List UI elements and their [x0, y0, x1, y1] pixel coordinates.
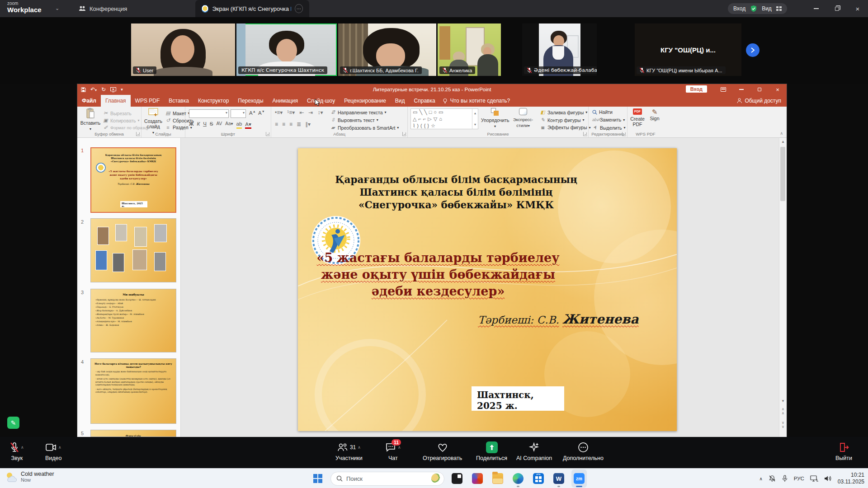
- video-tile-user[interactable]: User: [131, 23, 235, 76]
- ribbon-display-options-button[interactable]: [714, 84, 732, 95]
- taskbar-app-zoom[interactable]: zm: [571, 469, 587, 488]
- font-color-button[interactable]: А▾: [245, 121, 251, 129]
- new-slide-button[interactable]: Создать слайд▾: [142, 108, 164, 135]
- brand-chevron-down-icon[interactable]: ⌄: [55, 5, 59, 11]
- chat-button[interactable]: 11 ∧ Чат: [385, 441, 401, 461]
- slide-thumbnail-3[interactable]: Ми шабуылы «Өрмекші, құмырсқа және Кесір…: [90, 289, 176, 352]
- previous-slide-button[interactable]: ∧∧: [779, 407, 787, 415]
- text-direction-button[interactable]: ⇵Направление текста▾: [330, 109, 387, 115]
- tell-me-box[interactable]: Что вы хотите сделать?: [443, 98, 510, 104]
- numbering-button[interactable]: ¹≡▾: [287, 109, 295, 116]
- tab-slideshow[interactable]: Слайд-шоу: [302, 95, 340, 107]
- italic-button[interactable]: К: [197, 121, 200, 129]
- video-tile-anzhelika[interactable]: Анжелика: [438, 23, 501, 76]
- taskbar-app-dark[interactable]: [449, 469, 465, 488]
- save-icon[interactable]: [81, 87, 86, 92]
- tab-transitions[interactable]: Переходы: [233, 95, 268, 107]
- chat-chevron[interactable]: ∧: [398, 445, 401, 450]
- align-center-button[interactable]: ≡: [282, 121, 285, 127]
- audio-button[interactable]: ∧ Звук: [10, 441, 24, 461]
- share-button[interactable]: Поделиться: [476, 441, 507, 461]
- increase-indent-button[interactable]: ⇥: [308, 109, 313, 116]
- sign-button[interactable]: ✎ Sign: [647, 108, 662, 121]
- undo-icon[interactable]: ↶▾: [90, 86, 97, 93]
- video-tile-shahtinsk-bb[interactable]: г.Шахтинск ББ, Адамбекова Г.: [338, 23, 436, 76]
- start-slideshow-icon[interactable]: [110, 87, 116, 92]
- tray-mic-icon[interactable]: [782, 475, 788, 482]
- columns-button[interactable]: ∥▾: [305, 121, 311, 127]
- video-button[interactable]: ∧ Видео: [45, 441, 62, 461]
- clipboard-dialog-launcher[interactable]: [136, 132, 140, 136]
- video-tile-snegurochka[interactable]: КГКП я/с Снегурочка Шахтинск: [236, 23, 337, 76]
- tab-help[interactable]: Справка: [410, 95, 440, 107]
- view-grid-icon[interactable]: [776, 6, 782, 11]
- highlight-button[interactable]: ab: [236, 121, 242, 129]
- security-shield-icon[interactable]: [750, 5, 757, 12]
- tab-review[interactable]: Рецензирование: [340, 95, 391, 107]
- bold-button[interactable]: Ж: [189, 121, 193, 129]
- tab-design[interactable]: Конструктор: [193, 95, 233, 107]
- redo-icon[interactable]: ↻: [101, 86, 106, 93]
- align-left-button[interactable]: ≡: [275, 121, 278, 127]
- volume-icon[interactable]: [824, 475, 832, 482]
- tab-home[interactable]: Главная: [101, 95, 131, 107]
- replace-button[interactable]: ab⇄Заменить▾: [592, 117, 625, 122]
- ppt-signin-button[interactable]: Вход: [686, 85, 707, 93]
- increase-font-button[interactable]: А▲: [248, 110, 257, 116]
- scroll-down-icon[interactable]: ▼: [779, 398, 787, 404]
- notifications-off-icon[interactable]: [769, 475, 776, 482]
- taskbar-search[interactable]: Поиск: [330, 472, 444, 486]
- drawing-dialog-launcher[interactable]: [583, 132, 587, 136]
- strikethrough-button[interactable]: S: [210, 121, 213, 129]
- tab-more-icon[interactable]: ···: [295, 4, 303, 13]
- next-slide-button[interactable]: ∨∨: [779, 421, 787, 429]
- view-button[interactable]: Вид: [762, 5, 772, 12]
- justify-button[interactable]: ≣: [297, 121, 301, 127]
- find-button[interactable]: Найти: [592, 109, 613, 115]
- signin-button[interactable]: Вход: [733, 5, 745, 12]
- shape-fill-button[interactable]: ◧Заливка фигуры▾: [540, 109, 587, 115]
- tray-chevron-up-icon[interactable]: ∧: [759, 476, 762, 481]
- taskbar-clock[interactable]: 10:21 03.11.2025: [838, 472, 864, 485]
- quick-styles-button[interactable]: Экспресс-стили▾: [510, 108, 536, 128]
- underline-button[interactable]: Ч: [203, 121, 207, 129]
- video-options-chevron[interactable]: ∧: [58, 445, 61, 450]
- decrease-indent-button[interactable]: ⇤: [299, 109, 304, 116]
- tray-language[interactable]: РУС: [794, 476, 804, 481]
- ppt-restore-button[interactable]: [750, 84, 769, 95]
- change-case-button[interactable]: Аа▾: [225, 121, 233, 129]
- more-button[interactable]: Дополнительно: [563, 441, 604, 461]
- video-tile-ademi[interactable]: Әдемі бөбекжай-балабақшасы...: [522, 23, 597, 76]
- font-dialog-launcher[interactable]: [266, 132, 270, 136]
- qat-customize-icon[interactable]: ▾: [121, 87, 123, 92]
- collapse-ribbon-icon[interactable]: ∧: [780, 131, 783, 136]
- tab-wps-pdf[interactable]: WPS PDF: [131, 95, 165, 107]
- font-name-combo[interactable]: [189, 109, 229, 118]
- create-pdf-button[interactable]: PDF Create PDF: [628, 108, 646, 127]
- font-size-combo[interactable]: [231, 109, 246, 118]
- start-button[interactable]: [310, 469, 326, 488]
- ai-companion-button[interactable]: AI Companion: [516, 441, 552, 461]
- shapes-gallery[interactable]: ▭╲╲□○▭△⌐⌐▷▽⌂⌇)({}☆▲▼: [410, 108, 478, 129]
- tab-view[interactable]: Вид: [391, 95, 410, 107]
- slide-thumbnail-1[interactable]: Қарағанды облысы білім басқармасыныңШахт…: [90, 147, 176, 213]
- shape-outline-button[interactable]: ✎Контур фигуры▾: [540, 117, 584, 123]
- char-spacing-button[interactable]: AV: [217, 121, 222, 129]
- shapes-scroll-down-icon[interactable]: ▼: [474, 121, 477, 128]
- align-text-button[interactable]: ⇳Выровнять текст▾: [330, 117, 378, 123]
- participants-button[interactable]: 31 ∧ Участники: [335, 441, 363, 461]
- taskbar-app-word[interactable]: W: [551, 469, 566, 488]
- shapes-scroll-up-icon[interactable]: ▲: [474, 110, 477, 117]
- leave-button[interactable]: Выйти: [835, 441, 852, 461]
- video-tile-kgu-osh[interactable]: КГУ "ОШ(РЦ) и... КГУ "ОШ(РЦ) имени Ыбыра…: [635, 23, 741, 76]
- scroll-up-icon[interactable]: ▲: [779, 139, 787, 145]
- taskbar-app-m365[interactable]: [470, 469, 485, 488]
- current-slide[interactable]: Қарағанды облысы білім басқармасының Шах…: [298, 148, 677, 431]
- participants-chevron[interactable]: ∧: [358, 445, 361, 450]
- slide-scrollbar[interactable]: ▲ ▼ ∧∧ ∨∨: [779, 138, 787, 437]
- tab-insert[interactable]: Вставка: [164, 95, 193, 107]
- tab-screen-share[interactable]: Экран (КГКП я/с Снегурочка Ша ···: [195, 0, 309, 17]
- taskbar-app-store[interactable]: [531, 469, 546, 488]
- editing-dialog-launcher[interactable]: [622, 132, 626, 136]
- shape-effects-button[interactable]: ◙Эффекты фигуры▾: [540, 125, 591, 130]
